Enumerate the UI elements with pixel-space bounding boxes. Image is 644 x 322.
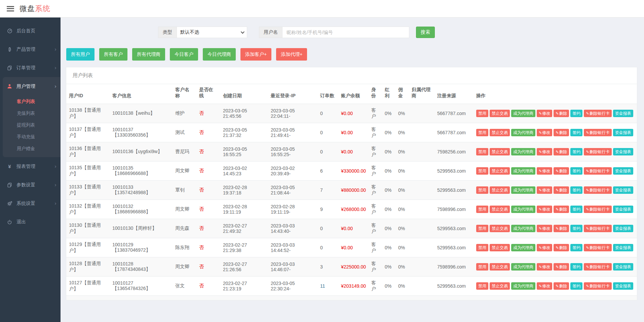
sign-contract-button[interactable]: 签约 — [570, 148, 582, 155]
type-select[interactable]: 默认不选 — [177, 27, 247, 38]
disable-user-button[interactable]: 禁用 — [476, 110, 488, 117]
username-input[interactable] — [282, 27, 409, 38]
delete-button[interactable]: ✎删除 — [554, 263, 569, 271]
become-agent-button[interactable]: 成为代理商 — [511, 225, 535, 232]
funds-report-button[interactable]: 资金报表 — [613, 282, 633, 290]
forbid-trade-button[interactable]: 禁止交易 — [490, 206, 510, 213]
funds-report-button[interactable]: 资金报表 — [613, 206, 633, 213]
funds-report-button[interactable]: 资金报表 — [613, 167, 633, 175]
disable-user-button[interactable]: 禁用 — [476, 167, 488, 175]
funds-report-button[interactable]: 资金报表 — [613, 110, 633, 117]
sign-contract-button[interactable]: 签约 — [570, 263, 582, 271]
sign-contract-button[interactable]: 签约 — [570, 244, 582, 251]
delete-bank-card-button[interactable]: ✎删除银行卡 — [584, 129, 611, 136]
sidebar-item-params[interactable]: 参数设置› — [0, 176, 61, 194]
funds-report-button[interactable]: 资金报表 — [613, 225, 633, 232]
forbid-trade-button[interactable]: 禁止交易 — [490, 167, 510, 175]
sidebar-item-users[interactable]: 用户管理› — [3, 77, 61, 96]
disable-user-button[interactable]: 禁用 — [476, 206, 488, 213]
become-agent-button[interactable]: 成为代理商 — [511, 282, 535, 290]
sign-contract-button[interactable]: 签约 — [570, 282, 582, 290]
sidebar-item-orders[interactable]: 订单管理› — [0, 59, 61, 77]
sidebar-subitem-recharge-list[interactable]: 充值列表 — [3, 107, 61, 119]
disable-user-button[interactable]: 禁用 — [476, 225, 488, 232]
become-agent-button[interactable]: 成为代理商 — [511, 244, 535, 251]
forbid-trade-button[interactable]: 禁止交易 — [490, 129, 510, 136]
add-agent-button[interactable]: 添加代理+ — [276, 48, 307, 61]
search-button[interactable]: 搜索 — [416, 27, 435, 38]
delete-bank-card-button[interactable]: ✎删除银行卡 — [584, 244, 611, 251]
delete-button[interactable]: ✎删除 — [554, 282, 569, 290]
sign-contract-button[interactable]: 签约 — [570, 206, 582, 213]
become-agent-button[interactable]: 成为代理商 — [511, 206, 535, 213]
edit-button[interactable]: ✎修改 — [537, 206, 552, 213]
hamburger-menu-icon[interactable] — [7, 6, 14, 11]
funds-report-button[interactable]: 资金报表 — [613, 263, 633, 271]
become-agent-button[interactable]: 成为代理商 — [511, 186, 535, 194]
delete-button[interactable]: ✎删除 — [554, 244, 569, 251]
funds-report-button[interactable]: 资金报表 — [613, 148, 633, 155]
sign-contract-button[interactable]: 签约 — [570, 110, 582, 117]
become-agent-button[interactable]: 成为代理商 — [511, 263, 535, 271]
sidebar-item-logout[interactable]: 退出 — [0, 213, 61, 231]
disable-user-button[interactable]: 禁用 — [476, 263, 488, 271]
forbid-trade-button[interactable]: 禁止交易 — [490, 263, 510, 271]
edit-button[interactable]: ✎修改 — [537, 263, 552, 271]
today-agents-button[interactable]: 今日代理商 — [203, 48, 236, 61]
become-agent-button[interactable]: 成为代理商 — [511, 110, 535, 117]
disable-user-button[interactable]: 禁用 — [476, 282, 488, 290]
today-customers-button[interactable]: 今日客户 — [170, 48, 198, 61]
disable-user-button[interactable]: 禁用 — [476, 148, 488, 155]
delete-button[interactable]: ✎删除 — [554, 225, 569, 232]
sign-contract-button[interactable]: 签约 — [570, 225, 582, 232]
all-agents-button[interactable]: 所有代理商 — [132, 48, 165, 61]
forbid-trade-button[interactable]: 禁止交易 — [490, 110, 510, 117]
sidebar-subitem-manual-recharge[interactable]: 手动充值 — [3, 131, 61, 143]
funds-report-button[interactable]: 资金报表 — [613, 244, 633, 251]
all-users-button[interactable]: 所有用户 — [66, 48, 94, 61]
sidebar-subitem-customer-list[interactable]: 客户列表 — [3, 96, 61, 107]
delete-button[interactable]: ✎删除 — [554, 206, 569, 213]
sidebar-item-dashboard[interactable]: 后台首页 — [0, 22, 61, 40]
sign-contract-button[interactable]: 签约 — [570, 129, 582, 136]
edit-button[interactable]: ✎修改 — [537, 110, 552, 117]
forbid-trade-button[interactable]: 禁止交易 — [490, 148, 510, 155]
delete-button[interactable]: ✎删除 — [554, 167, 569, 175]
delete-bank-card-button[interactable]: ✎删除银行卡 — [584, 148, 611, 155]
sidebar-subitem-user-bonus[interactable]: 用户赠金 — [3, 143, 61, 154]
forbid-trade-button[interactable]: 禁止交易 — [490, 282, 510, 290]
forbid-trade-button[interactable]: 禁止交易 — [490, 186, 510, 194]
edit-button[interactable]: ✎修改 — [537, 186, 552, 194]
all-customers-button[interactable]: 所有客户 — [99, 48, 127, 61]
delete-bank-card-button[interactable]: ✎删除银行卡 — [584, 186, 611, 194]
delete-button[interactable]: ✎删除 — [554, 129, 569, 136]
edit-button[interactable]: ✎修改 — [537, 129, 552, 136]
become-agent-button[interactable]: 成为代理商 — [511, 148, 535, 155]
disable-user-button[interactable]: 禁用 — [476, 186, 488, 194]
edit-button[interactable]: ✎修改 — [537, 167, 552, 175]
sign-contract-button[interactable]: 签约 — [570, 186, 582, 194]
sidebar-subitem-withdraw-list[interactable]: 提现列表 — [3, 119, 61, 131]
become-agent-button[interactable]: 成为代理商 — [511, 129, 535, 136]
delete-bank-card-button[interactable]: ✎删除银行卡 — [584, 110, 611, 117]
add-customer-button[interactable]: 添加客户+ — [240, 48, 271, 61]
sidebar-item-products[interactable]: 产品管理› — [0, 40, 61, 59]
delete-bank-card-button[interactable]: ✎删除银行卡 — [584, 282, 611, 290]
delete-bank-card-button[interactable]: ✎删除银行卡 — [584, 206, 611, 213]
delete-button[interactable]: ✎删除 — [554, 186, 569, 194]
funds-report-button[interactable]: 资金报表 — [613, 129, 633, 136]
edit-button[interactable]: ✎修改 — [537, 225, 552, 232]
become-agent-button[interactable]: 成为代理商 — [511, 167, 535, 175]
delete-bank-card-button[interactable]: ✎删除银行卡 — [584, 263, 611, 271]
forbid-trade-button[interactable]: 禁止交易 — [490, 225, 510, 232]
sign-contract-button[interactable]: 签约 — [570, 167, 582, 175]
edit-button[interactable]: ✎修改 — [537, 148, 552, 155]
forbid-trade-button[interactable]: 禁止交易 — [490, 244, 510, 251]
delete-bank-card-button[interactable]: ✎删除银行卡 — [584, 225, 611, 232]
edit-button[interactable]: ✎修改 — [537, 282, 552, 290]
funds-report-button[interactable]: 资金报表 — [613, 186, 633, 194]
sidebar-item-reports[interactable]: ¥报表管理› — [0, 157, 61, 176]
delete-bank-card-button[interactable]: ✎删除银行卡 — [584, 167, 611, 175]
disable-user-button[interactable]: 禁用 — [476, 129, 488, 136]
sidebar-item-system[interactable]: 系统设置› — [0, 194, 61, 213]
